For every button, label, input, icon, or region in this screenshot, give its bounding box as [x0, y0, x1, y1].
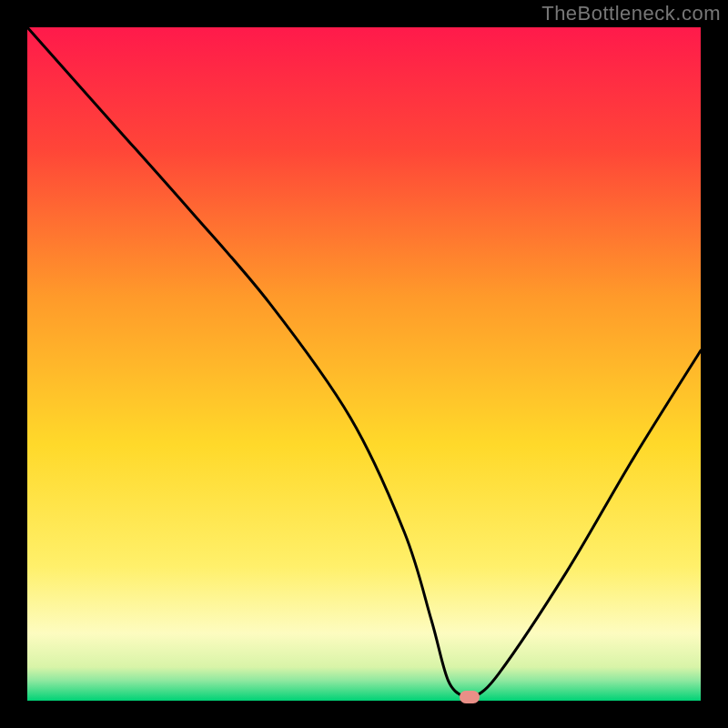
optimum-marker — [460, 691, 480, 703]
gradient-background — [27, 27, 701, 701]
chart-frame: TheBottleneck.com — [0, 0, 728, 728]
watermark-text: TheBottleneck.com — [541, 2, 721, 25]
chart-svg — [27, 27, 701, 701]
plot-area — [27, 27, 701, 701]
